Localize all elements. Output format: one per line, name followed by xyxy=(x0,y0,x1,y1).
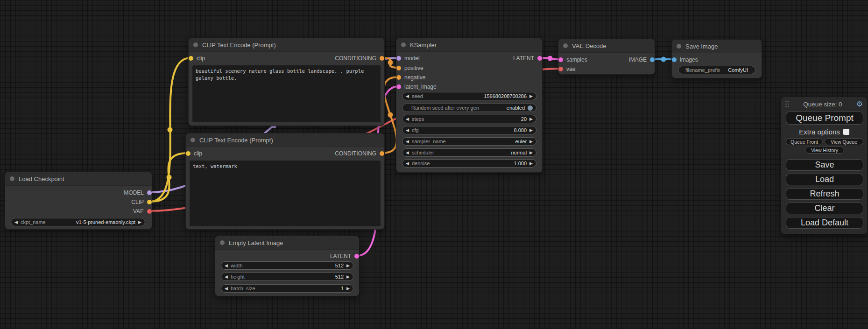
view-history-button[interactable]: View History xyxy=(805,147,844,154)
widget-denoise[interactable]: ◀ denoise 1.000 ▶ xyxy=(402,159,536,168)
node-clip-text-encode-negative[interactable]: CLIP Text Encode (Prompt) clip CONDITION… xyxy=(185,133,385,230)
widget-sampler-name[interactable]: ◀ sampler_name euler ▶ xyxy=(402,137,536,146)
port-samples-input[interactable] xyxy=(558,57,563,62)
decrement-arrow-icon[interactable]: ◀ xyxy=(406,151,409,155)
view-queue-button[interactable]: View Queue xyxy=(825,138,863,145)
port-vae-output[interactable] xyxy=(147,209,152,214)
increment-arrow-icon[interactable]: ▶ xyxy=(529,94,533,98)
gear-icon[interactable]: ⚙ xyxy=(856,100,863,108)
port-images-input[interactable] xyxy=(672,57,677,62)
increment-arrow-icon[interactable]: ▶ xyxy=(346,275,350,279)
widget-steps[interactable]: ◀ steps 20 ▶ xyxy=(402,115,536,123)
widget-cfg[interactable]: ◀ cfg 8.000 ▶ xyxy=(402,126,536,134)
prompt-textarea[interactable]: beautiful scenery nature glass bottle la… xyxy=(192,65,381,122)
widget-random-seed-toggle[interactable]: Random seed after every gen enabled xyxy=(402,104,536,112)
widget-label: filename_prefix xyxy=(682,67,720,73)
increment-arrow-icon[interactable]: ▶ xyxy=(138,220,141,224)
port-vae-input[interactable] xyxy=(558,67,563,71)
refresh-button[interactable]: Refresh xyxy=(786,188,863,200)
decrement-arrow-icon[interactable]: ◀ xyxy=(225,287,228,291)
decrement-arrow-icon[interactable]: ◀ xyxy=(406,128,409,133)
increment-arrow-icon[interactable]: ▶ xyxy=(346,287,350,291)
widget-batch-size[interactable]: ◀ batch_size 1 ▶ xyxy=(221,284,353,293)
widget-seed[interactable]: ◀ seed 156680208700286 ▶ xyxy=(402,92,536,100)
widget-label: width xyxy=(231,263,243,268)
port-negative-input[interactable] xyxy=(396,75,401,80)
increment-arrow-icon[interactable]: ▶ xyxy=(529,151,533,155)
widget-value: 1.000 xyxy=(514,161,527,166)
load-default-button[interactable]: Load Default xyxy=(786,217,863,229)
widget-value: v1-5-pruned-emaonly.ckpt xyxy=(76,219,135,225)
decrement-arrow-icon[interactable]: ◀ xyxy=(406,161,409,166)
widget-width[interactable]: ◀ width 512 ▶ xyxy=(221,261,353,270)
decrement-arrow-icon[interactable]: ◀ xyxy=(406,117,409,121)
increment-arrow-icon[interactable]: ▶ xyxy=(529,117,533,121)
increment-arrow-icon[interactable]: ▶ xyxy=(346,264,350,268)
node-title-bar[interactable]: KSampler xyxy=(396,38,542,52)
widget-height[interactable]: ◀ height 512 ▶ xyxy=(221,273,353,281)
decrement-arrow-icon[interactable]: ◀ xyxy=(225,264,228,268)
node-title: KSampler xyxy=(410,42,437,49)
node-title-bar[interactable]: VAE Decode xyxy=(558,39,655,53)
port-clip-input[interactable] xyxy=(186,151,191,156)
port-clip-output[interactable] xyxy=(147,200,152,204)
node-title: Empty Latent Image xyxy=(229,239,283,246)
port-latent-output[interactable] xyxy=(354,254,359,259)
port-conditioning-output[interactable] xyxy=(380,151,384,156)
node-title-bar[interactable]: CLIP Text Encode (Prompt) xyxy=(189,38,384,52)
decrement-arrow-icon[interactable]: ◀ xyxy=(225,275,228,279)
queue-front-button[interactable]: Queue Front xyxy=(786,138,823,145)
node-canvas[interactable]: CLIP Text Encode (Prompt) clip CONDITION… xyxy=(0,0,868,329)
node-save-image[interactable]: Save Image images filename_prefix ComfyU… xyxy=(671,39,762,78)
collapse-dot-icon[interactable] xyxy=(10,176,14,181)
queue-panel[interactable]: Queue size: 0 ⚙ Queue Prompt Extra optio… xyxy=(781,97,868,234)
port-clip-input[interactable] xyxy=(189,56,193,61)
widget-scheduler[interactable]: ◀ scheduler normal ▶ xyxy=(402,148,536,157)
collapse-dot-icon[interactable] xyxy=(191,138,195,142)
increment-arrow-icon[interactable]: ▶ xyxy=(529,140,533,144)
port-conditioning-output[interactable] xyxy=(380,56,384,61)
port-label: LATENT xyxy=(513,55,534,62)
port-image-output[interactable] xyxy=(650,57,655,62)
widget-ckpt-name[interactable]: ◀ ckpt_name v1-5-pruned-emaonly.ckpt ▶ xyxy=(11,218,145,226)
extra-options-checkbox[interactable] xyxy=(843,129,849,135)
collapse-dot-icon[interactable] xyxy=(677,44,681,49)
collapse-dot-icon[interactable] xyxy=(193,42,198,47)
wire-midpoint-dot xyxy=(548,56,553,61)
collapse-dot-icon[interactable] xyxy=(220,240,225,245)
node-title-bar[interactable]: Save Image xyxy=(672,40,762,53)
drag-handle-icon[interactable] xyxy=(785,101,789,107)
prompt-textarea[interactable]: text, watermark xyxy=(190,161,381,226)
collapse-dot-icon[interactable] xyxy=(401,42,406,47)
toggle-circle-icon[interactable] xyxy=(528,105,533,111)
node-load-checkpoint[interactable]: Load Checkpoint MODEL CLIP VAE ◀ ckpt_na… xyxy=(5,172,152,230)
decrement-arrow-icon[interactable]: ◀ xyxy=(406,94,409,98)
node-title: CLIP Text Encode (Prompt) xyxy=(199,137,273,144)
increment-arrow-icon[interactable]: ▶ xyxy=(529,128,533,133)
widget-filename-prefix[interactable]: filename_prefix ComfyUI xyxy=(678,66,755,74)
port-model-input[interactable] xyxy=(396,56,401,61)
port-model-output[interactable] xyxy=(147,190,152,195)
node-title-bar[interactable]: CLIP Text Encode (Prompt) xyxy=(186,133,384,147)
decrement-arrow-icon[interactable]: ◀ xyxy=(406,140,409,144)
port-label: LATENT xyxy=(330,253,351,259)
node-title-bar[interactable]: Empty Latent Image xyxy=(215,236,359,250)
decrement-arrow-icon[interactable]: ◀ xyxy=(14,220,18,224)
collapse-dot-icon[interactable] xyxy=(563,43,568,48)
node-ksampler[interactable]: KSampler model positive negative latent_… xyxy=(396,38,543,173)
node-clip-text-encode-positive[interactable]: CLIP Text Encode (Prompt) clip CONDITION… xyxy=(188,38,385,126)
node-vae-decode[interactable]: VAE Decode samples vae IMAGE xyxy=(558,39,655,75)
clear-button[interactable]: Clear xyxy=(786,203,863,214)
save-button[interactable]: Save xyxy=(786,159,863,171)
node-title-bar[interactable]: Load Checkpoint xyxy=(5,172,152,186)
port-latent-output[interactable] xyxy=(537,56,542,61)
port-positive-input[interactable] xyxy=(396,66,401,70)
load-button[interactable]: Load xyxy=(786,174,863,185)
increment-arrow-icon[interactable]: ▶ xyxy=(529,161,533,166)
extra-options-label: Extra options xyxy=(799,128,840,136)
wire-midpoint-dot xyxy=(167,175,172,180)
port-latent-image-input[interactable] xyxy=(396,84,401,89)
queue-prompt-button[interactable]: Queue Prompt xyxy=(786,112,863,125)
node-empty-latent-image[interactable]: Empty Latent Image LATENT ◀ width 512 ▶ … xyxy=(215,236,360,296)
widget-value: 20 xyxy=(521,116,527,122)
